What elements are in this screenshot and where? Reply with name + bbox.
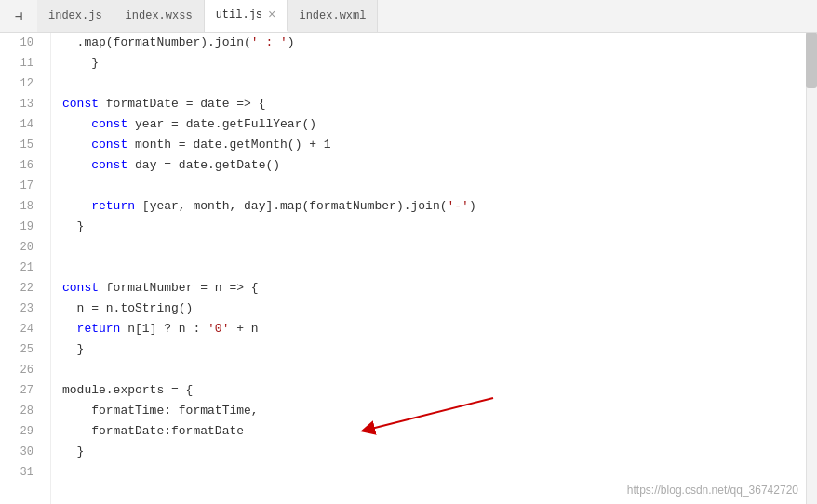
line-num-27: 27 bbox=[0, 380, 41, 401]
code-line-19: } bbox=[62, 217, 817, 237]
code-line-31 bbox=[62, 462, 817, 483]
code-line-12 bbox=[62, 73, 817, 94]
tab-bar: index.jsindex.wxssutil.js×index.wxml bbox=[0, 0, 817, 33]
code-line-23: n = n.toString() bbox=[62, 298, 817, 319]
line-num-15: 15 bbox=[0, 135, 41, 155]
line-num-11: 11 bbox=[0, 53, 41, 73]
code-line-14: const year = date.getFullYear() bbox=[62, 114, 817, 135]
sidebar-toggle-icon: ⊣ bbox=[15, 8, 22, 24]
tab-util-js[interactable]: util.js× bbox=[205, 0, 288, 32]
tab-label-index-wxss: index.wxss bbox=[126, 9, 193, 22]
scrollbar-thumb[interactable] bbox=[806, 33, 817, 88]
line-num-28: 28 bbox=[0, 401, 41, 421]
line-num-18: 18 bbox=[0, 196, 41, 217]
line-num-26: 26 bbox=[0, 360, 41, 380]
line-num-19: 19 bbox=[0, 217, 41, 237]
code-line-18: return [year, month, day].map(formatNumb… bbox=[62, 196, 817, 217]
line-num-24: 24 bbox=[0, 319, 41, 339]
line-num-12: 12 bbox=[0, 73, 41, 94]
code-line-13: const formatDate = date => { bbox=[62, 94, 817, 114]
tab-close-util-js[interactable]: × bbox=[268, 8, 275, 21]
code-line-15: const month = date.getMonth() + 1 bbox=[62, 135, 817, 155]
code-line-24: return n[1] ? n : '0' + n bbox=[62, 319, 817, 339]
sidebar-toggle-button[interactable]: ⊣ bbox=[0, 0, 37, 33]
line-num-22: 22 bbox=[0, 278, 41, 298]
line-num-23: 23 bbox=[0, 298, 41, 319]
code-line-28: formatTime: formatTime, bbox=[62, 401, 817, 421]
line-num-17: 17 bbox=[0, 176, 41, 196]
code-line-10: .map(formatNumber).join(' : ') bbox=[62, 33, 817, 53]
editor-area: 1011121314151617181920212223242526272829… bbox=[0, 33, 817, 504]
code-line-20 bbox=[62, 237, 817, 258]
code-line-11: } bbox=[62, 53, 817, 73]
code-line-29: formatDate:formatDate bbox=[62, 421, 817, 442]
line-num-20: 20 bbox=[0, 237, 41, 258]
tab-label-index-js: index.js bbox=[48, 9, 102, 22]
tab-label-index-wxml: index.wxml bbox=[299, 9, 366, 22]
code-line-27: module.exports = { bbox=[62, 380, 817, 401]
line-num-10: 10 bbox=[0, 33, 41, 53]
line-num-21: 21 bbox=[0, 258, 41, 278]
watermark: https://blog.csdn.net/qq_36742720 bbox=[627, 484, 798, 497]
line-num-16: 16 bbox=[0, 155, 41, 176]
code-line-26 bbox=[62, 360, 817, 380]
tab-index-wxss[interactable]: index.wxss bbox=[114, 0, 205, 32]
line-num-13: 13 bbox=[0, 94, 41, 114]
code-line-17 bbox=[62, 176, 817, 196]
line-num-14: 14 bbox=[0, 114, 41, 135]
scrollbar[interactable] bbox=[806, 33, 817, 504]
code-line-16: const day = date.getDate() bbox=[62, 155, 817, 176]
line-num-30: 30 bbox=[0, 442, 41, 462]
code-line-22: const formatNumber = n => { bbox=[62, 278, 817, 298]
code-line-21 bbox=[62, 258, 817, 278]
line-num-25: 25 bbox=[0, 339, 41, 360]
line-num-31: 31 bbox=[0, 462, 41, 483]
tab-index-wxml[interactable]: index.wxml bbox=[288, 0, 378, 32]
code-line-30: } bbox=[62, 442, 817, 462]
tab-index-js[interactable]: index.js bbox=[37, 0, 114, 32]
code-line-25: } bbox=[62, 339, 817, 360]
tab-label-util-js: util.js bbox=[216, 8, 262, 21]
line-num-29: 29 bbox=[0, 421, 41, 442]
code-content: .map(formatNumber).join(' : ') } const f… bbox=[51, 33, 817, 504]
line-numbers: 1011121314151617181920212223242526272829… bbox=[0, 33, 51, 504]
